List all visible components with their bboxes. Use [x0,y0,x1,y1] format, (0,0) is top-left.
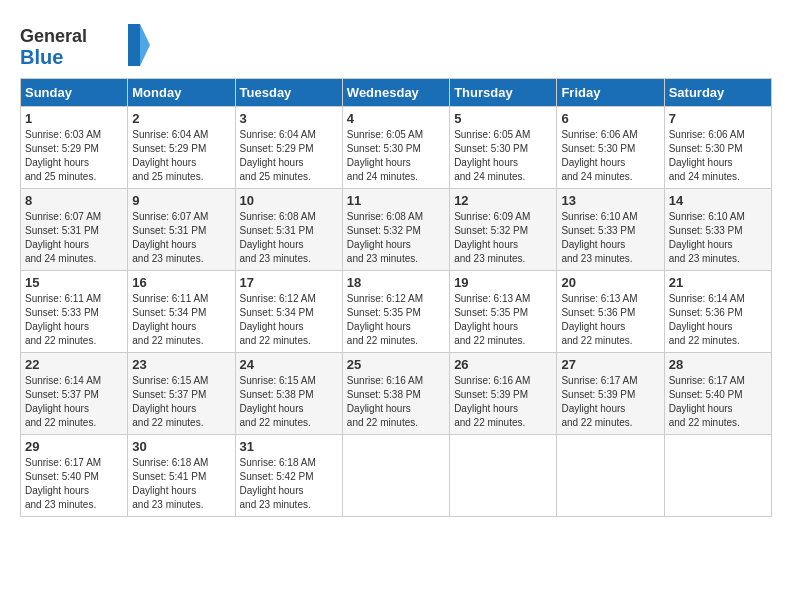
calendar-day-cell: 23 Sunrise: 6:15 AM Sunset: 5:37 PM Dayl… [128,353,235,435]
sunset-label: Sunset: 5:30 PM [669,143,743,154]
sunset-label: Sunset: 5:30 PM [561,143,635,154]
sunset-label: Sunset: 5:36 PM [669,307,743,318]
sunrise-label: Sunrise: 6:16 AM [347,375,423,386]
day-number: 22 [25,357,123,372]
sunset-label: Sunset: 5:31 PM [25,225,99,236]
day-number: 28 [669,357,767,372]
calendar-day-cell: 29 Sunrise: 6:17 AM Sunset: 5:40 PM Dayl… [21,435,128,517]
sunrise-label: Sunrise: 6:14 AM [25,375,101,386]
calendar-day-cell: 9 Sunrise: 6:07 AM Sunset: 5:31 PM Dayli… [128,189,235,271]
day-info: Sunrise: 6:12 AM Sunset: 5:34 PM Dayligh… [240,292,338,348]
daylight-label: Daylight hours [561,321,625,332]
day-info: Sunrise: 6:18 AM Sunset: 5:42 PM Dayligh… [240,456,338,512]
day-info: Sunrise: 6:05 AM Sunset: 5:30 PM Dayligh… [347,128,445,184]
sunrise-label: Sunrise: 6:08 AM [347,211,423,222]
daylight-value: and 22 minutes. [25,335,96,346]
day-info: Sunrise: 6:17 AM Sunset: 5:39 PM Dayligh… [561,374,659,430]
daylight-value: and 23 minutes. [454,253,525,264]
daylight-label: Daylight hours [454,157,518,168]
sunset-label: Sunset: 5:29 PM [240,143,314,154]
sunset-label: Sunset: 5:34 PM [132,307,206,318]
day-info: Sunrise: 6:04 AM Sunset: 5:29 PM Dayligh… [132,128,230,184]
sunset-label: Sunset: 5:41 PM [132,471,206,482]
sunset-label: Sunset: 5:40 PM [25,471,99,482]
calendar-day-cell: 8 Sunrise: 6:07 AM Sunset: 5:31 PM Dayli… [21,189,128,271]
day-info: Sunrise: 6:14 AM Sunset: 5:36 PM Dayligh… [669,292,767,348]
sunset-label: Sunset: 5:42 PM [240,471,314,482]
day-number: 1 [25,111,123,126]
sunrise-label: Sunrise: 6:03 AM [25,129,101,140]
calendar-day-cell: 1 Sunrise: 6:03 AM Sunset: 5:29 PM Dayli… [21,107,128,189]
calendar-day-cell: 20 Sunrise: 6:13 AM Sunset: 5:36 PM Dayl… [557,271,664,353]
logo-svg: General Blue [20,20,150,70]
weekday-header-saturday: Saturday [664,79,771,107]
day-number: 10 [240,193,338,208]
sunset-label: Sunset: 5:35 PM [454,307,528,318]
calendar-day-cell: 26 Sunrise: 6:16 AM Sunset: 5:39 PM Dayl… [450,353,557,435]
day-info: Sunrise: 6:12 AM Sunset: 5:35 PM Dayligh… [347,292,445,348]
daylight-label: Daylight hours [669,321,733,332]
day-number: 9 [132,193,230,208]
daylight-value: and 22 minutes. [240,417,311,428]
daylight-label: Daylight hours [132,485,196,496]
daylight-label: Daylight hours [454,403,518,414]
daylight-value: and 22 minutes. [25,417,96,428]
daylight-value: and 23 minutes. [561,253,632,264]
calendar-day-cell: 28 Sunrise: 6:17 AM Sunset: 5:40 PM Dayl… [664,353,771,435]
daylight-label: Daylight hours [347,403,411,414]
logo: General Blue [20,20,150,70]
sunset-label: Sunset: 5:30 PM [347,143,421,154]
sunset-label: Sunset: 5:33 PM [561,225,635,236]
calendar-day-cell: 24 Sunrise: 6:15 AM Sunset: 5:38 PM Dayl… [235,353,342,435]
day-number: 17 [240,275,338,290]
daylight-value: and 25 minutes. [132,171,203,182]
day-info: Sunrise: 6:18 AM Sunset: 5:41 PM Dayligh… [132,456,230,512]
day-info: Sunrise: 6:07 AM Sunset: 5:31 PM Dayligh… [132,210,230,266]
day-number: 24 [240,357,338,372]
daylight-label: Daylight hours [240,403,304,414]
day-info: Sunrise: 6:15 AM Sunset: 5:37 PM Dayligh… [132,374,230,430]
sunrise-label: Sunrise: 6:12 AM [240,293,316,304]
calendar-table: SundayMondayTuesdayWednesdayThursdayFrid… [20,78,772,517]
daylight-label: Daylight hours [669,403,733,414]
calendar-day-cell: 13 Sunrise: 6:10 AM Sunset: 5:33 PM Dayl… [557,189,664,271]
daylight-label: Daylight hours [132,157,196,168]
daylight-label: Daylight hours [132,403,196,414]
weekday-header-sunday: Sunday [21,79,128,107]
calendar-day-cell [450,435,557,517]
sunrise-label: Sunrise: 6:10 AM [561,211,637,222]
weekday-header-wednesday: Wednesday [342,79,449,107]
day-number: 21 [669,275,767,290]
day-info: Sunrise: 6:06 AM Sunset: 5:30 PM Dayligh… [561,128,659,184]
daylight-label: Daylight hours [561,403,625,414]
sunset-label: Sunset: 5:33 PM [669,225,743,236]
sunrise-label: Sunrise: 6:09 AM [454,211,530,222]
day-number: 25 [347,357,445,372]
day-info: Sunrise: 6:10 AM Sunset: 5:33 PM Dayligh… [561,210,659,266]
sunrise-label: Sunrise: 6:17 AM [561,375,637,386]
daylight-value: and 25 minutes. [25,171,96,182]
sunrise-label: Sunrise: 6:07 AM [25,211,101,222]
day-number: 31 [240,439,338,454]
sunrise-label: Sunrise: 6:15 AM [132,375,208,386]
weekday-header-monday: Monday [128,79,235,107]
daylight-value: and 23 minutes. [132,253,203,264]
daylight-value: and 23 minutes. [25,499,96,510]
day-info: Sunrise: 6:09 AM Sunset: 5:32 PM Dayligh… [454,210,552,266]
sunset-label: Sunset: 5:31 PM [240,225,314,236]
calendar-day-cell: 11 Sunrise: 6:08 AM Sunset: 5:32 PM Dayl… [342,189,449,271]
calendar-day-cell: 7 Sunrise: 6:06 AM Sunset: 5:30 PM Dayli… [664,107,771,189]
daylight-value: and 22 minutes. [669,335,740,346]
daylight-value: and 22 minutes. [132,417,203,428]
day-number: 7 [669,111,767,126]
sunset-label: Sunset: 5:33 PM [25,307,99,318]
calendar-week-row: 22 Sunrise: 6:14 AM Sunset: 5:37 PM Dayl… [21,353,772,435]
daylight-label: Daylight hours [561,157,625,168]
sunrise-label: Sunrise: 6:10 AM [669,211,745,222]
calendar-day-cell: 30 Sunrise: 6:18 AM Sunset: 5:41 PM Dayl… [128,435,235,517]
sunset-label: Sunset: 5:34 PM [240,307,314,318]
calendar-week-row: 15 Sunrise: 6:11 AM Sunset: 5:33 PM Dayl… [21,271,772,353]
sunrise-label: Sunrise: 6:04 AM [240,129,316,140]
day-info: Sunrise: 6:13 AM Sunset: 5:36 PM Dayligh… [561,292,659,348]
daylight-label: Daylight hours [454,321,518,332]
